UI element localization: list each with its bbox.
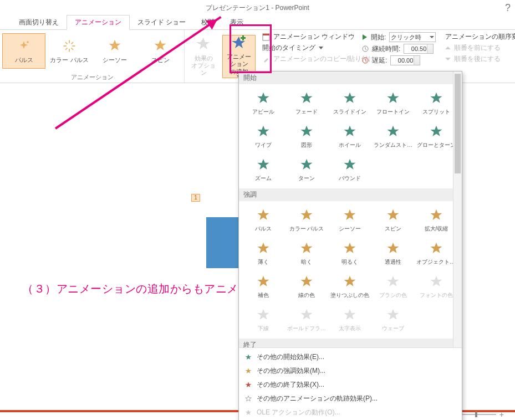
animation-effect-item[interactable]: グローとターン <box>415 120 457 153</box>
delay-input[interactable]: 00.00 <box>390 55 420 65</box>
star-icon <box>256 241 271 257</box>
star-icon <box>385 208 401 223</box>
delay-label: 遅延: <box>372 56 387 65</box>
svg-line-7 <box>72 42 74 44</box>
animation-effect-item[interactable]: スライドイン <box>329 86 371 120</box>
star-icon <box>299 274 314 290</box>
animation-effect-item: ブラシの色 <box>372 270 414 303</box>
animation-effect-item[interactable]: 線の色 <box>285 270 328 303</box>
animation-effect-item[interactable]: シーソー <box>329 203 371 237</box>
tab-slideshow[interactable]: スライド ショー <box>130 16 193 29</box>
move-later-button: 順番を後にする <box>445 54 515 64</box>
zoom-in-button[interactable]: + <box>499 410 504 419</box>
animation-effect-item: 太字表示 <box>329 303 371 336</box>
tab-transitions[interactable]: 画面切り替え <box>11 16 67 29</box>
star-icon <box>107 38 123 54</box>
dropdown-scrollbar[interactable] <box>453 71 462 347</box>
animation-effect-item[interactable]: バウンド <box>329 153 371 186</box>
animation-effect-item[interactable]: パルス <box>242 203 284 237</box>
star-icon <box>429 91 444 106</box>
start-select[interactable]: クリック時 <box>389 32 436 42</box>
animation-effect-item[interactable]: 塗りつぶしの色 <box>329 270 371 303</box>
duration-label: 継続時間: <box>372 44 400 54</box>
chevron-up-icon <box>445 45 451 51</box>
brush-icon <box>262 55 270 63</box>
zoom-slider[interactable] <box>457 414 496 415</box>
star-icon <box>244 354 252 361</box>
star-icon <box>342 157 358 173</box>
star-icon <box>244 395 252 403</box>
animation-effect-item[interactable]: 暗く <box>285 237 328 270</box>
more-effects-link: OLE アクションの動作(O)... <box>239 406 462 419</box>
animation-effect-item[interactable]: アピール <box>242 86 284 120</box>
star-icon <box>256 208 271 223</box>
add-animation-dropdown: 開始アピールフェードスライドインフロートインスプリットワイプ図形ホイールランダム… <box>238 71 462 420</box>
move-earlier-button: 順番を前にする <box>445 43 515 53</box>
star-icon <box>256 308 271 323</box>
more-effects-link[interactable]: その他の終了効果(X)... <box>239 378 462 392</box>
animation-effect-item[interactable]: ランダムスト… <box>372 120 414 153</box>
animation-effect-item[interactable]: 明るく <box>329 237 371 270</box>
more-effects-link[interactable]: その他の強調効果(M)... <box>239 364 462 378</box>
star-icon <box>385 91 401 106</box>
animation-effect-item[interactable]: フロートイン <box>372 86 414 120</box>
more-effects-link[interactable]: その他のアニメーションの軌跡効果(P)... <box>239 392 462 406</box>
star-icon <box>429 208 444 223</box>
star-icon <box>385 241 401 257</box>
start-label: 開始: <box>371 33 386 42</box>
animation-effect-item[interactable]: スピン <box>372 203 414 237</box>
svg-line-6 <box>72 48 74 50</box>
animation-effect-item[interactable]: 補色 <box>242 270 284 303</box>
pane-icon <box>262 33 270 41</box>
star-icon <box>195 36 212 54</box>
star-icon <box>256 124 271 140</box>
star-icon <box>256 274 271 290</box>
star-plus-icon <box>230 34 248 52</box>
svg-line-8 <box>65 48 68 50</box>
star-icon <box>256 91 271 106</box>
trigger-button[interactable]: 開始のタイミング <box>262 43 353 53</box>
title-bar: プレゼンテーション1 - PowerPoint ? <box>0 0 515 16</box>
dropdown-section-header: 終了 <box>239 339 462 347</box>
star-icon <box>429 241 444 257</box>
star-icon <box>342 308 358 323</box>
animation-gallery-item[interactable]: パルス <box>2 33 45 69</box>
play-icon <box>362 34 368 40</box>
animation-effect-item[interactable]: カラー パルス <box>285 203 328 237</box>
animation-effect-item[interactable]: スプリット <box>415 86 457 120</box>
duration-input[interactable]: 00.50 <box>404 44 434 54</box>
animation-effect-item[interactable]: 図形 <box>285 120 328 153</box>
star-icon <box>244 367 252 375</box>
star-icon <box>244 381 252 389</box>
animation-effect-item[interactable]: フェード <box>285 86 328 120</box>
animation-effect-item[interactable]: ワイプ <box>242 120 284 153</box>
clock-icon <box>362 57 369 64</box>
reorder-title: アニメーションの順序変更 <box>445 32 515 42</box>
chevron-down-icon <box>445 57 451 62</box>
tab-animations[interactable]: アニメーション <box>67 15 130 30</box>
more-effects-link[interactable]: その他の開始効果(E)... <box>239 350 462 364</box>
star-icon <box>299 208 314 223</box>
animation-effect-item[interactable]: ターン <box>285 153 328 186</box>
star-icon <box>385 308 401 323</box>
animation-order-tag[interactable]: 1 <box>191 194 200 202</box>
star-icon <box>385 274 401 290</box>
svg-point-0 <box>27 41 29 43</box>
animation-gallery-item[interactable]: シーソー <box>93 33 136 69</box>
star-icon <box>342 274 358 290</box>
animation-effect-item[interactable]: ズーム <box>242 153 284 186</box>
tab-view[interactable]: 表示 <box>222 16 251 29</box>
star-icon <box>299 124 314 140</box>
animation-effect-item[interactable]: 薄く <box>242 237 284 270</box>
animation-effect-item[interactable]: 透過性 <box>372 237 414 270</box>
animation-effect-item[interactable]: 拡大/収縮 <box>415 203 457 237</box>
animation-effect-item[interactable]: ホイール <box>329 120 371 153</box>
animation-gallery-item[interactable]: スピン <box>139 33 182 69</box>
animation-pane-button[interactable]: アニメーション ウィンドウ <box>262 32 353 42</box>
animation-effect-item: ボールドフラ… <box>285 303 328 336</box>
svg-line-5 <box>65 42 68 44</box>
help-icon[interactable]: ? <box>505 0 511 16</box>
animation-gallery-item[interactable]: カラー パルス <box>48 33 91 69</box>
animation-effect-item[interactable]: オブジェクト … <box>415 237 457 270</box>
star-icon <box>385 124 401 140</box>
